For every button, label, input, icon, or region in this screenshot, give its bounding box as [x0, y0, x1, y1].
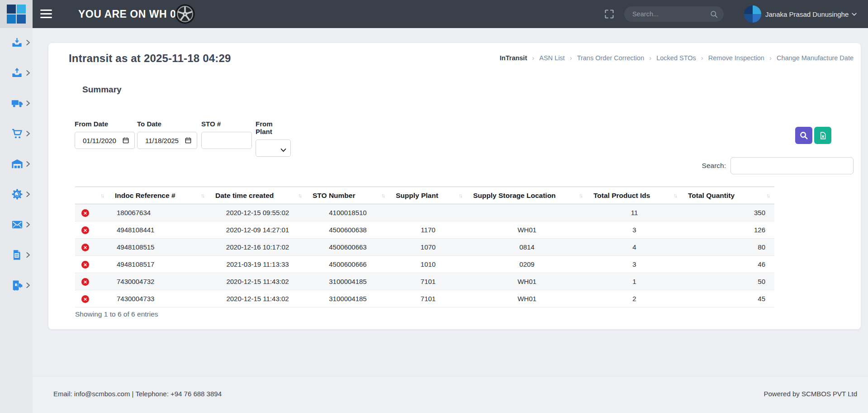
cell-quantity: 45: [682, 290, 774, 307]
cell-indoc: 4948108517: [109, 256, 209, 273]
excel-export-button[interactable]: [814, 127, 831, 144]
from-date-input[interactable]: 01/11/2020: [75, 132, 135, 149]
chevron-right-icon: [24, 221, 32, 230]
sto-label: STO #: [201, 120, 252, 128]
column-header-action[interactable]: ↑↓: [75, 187, 109, 204]
cancel-icon[interactable]: ×: [81, 278, 89, 286]
cell-product-ids: 4: [587, 239, 682, 256]
column-header-supply-storage-location[interactable]: Supply Storage Location ↑↓: [467, 187, 587, 204]
chevron-right-icon: [24, 160, 32, 169]
cell-product-ids: 3: [587, 256, 682, 273]
cell-plant: [389, 204, 467, 221]
cell-quantity: 46: [682, 256, 774, 273]
column-label: Supply Plant: [396, 192, 438, 199]
sort-icon[interactable]: ↑↓: [579, 192, 582, 199]
cell-storage: WH01: [467, 221, 587, 239]
sidebar-item-cart[interactable]: [0, 119, 33, 149]
chevron-right-icon: [24, 282, 32, 291]
breadcrumb-item[interactable]: Remove Inspection: [708, 54, 764, 62]
calendar-icon[interactable]: [122, 137, 129, 146]
sidebar: [0, 0, 33, 413]
cell-plant: 7101: [389, 273, 467, 290]
cart-icon: [11, 127, 24, 142]
sidebar-item-mail[interactable]: [0, 210, 33, 240]
cell-plant: 1070: [389, 239, 467, 256]
column-header-total-product-ids[interactable]: Total Product Ids ↑↓: [587, 187, 682, 204]
cell-plant: 1170: [389, 221, 467, 239]
column-label: Total Product Ids: [593, 192, 650, 199]
table-row: × 4948108515 2020-12-16 10:17:02 4500600…: [75, 239, 774, 256]
table-search-label: Search:: [702, 162, 726, 170]
cell-quantity: 126: [682, 221, 774, 239]
sidebar-item-door-exit[interactable]: [0, 271, 33, 301]
table-search-input[interactable]: [730, 157, 854, 174]
sort-icon[interactable]: ↑↓: [674, 192, 677, 199]
cancel-icon[interactable]: ×: [81, 261, 89, 269]
chevron-right-icon: [24, 251, 32, 260]
table-summary: Showing 1 to 6 of 6 entries: [75, 310, 158, 318]
breadcrumb-item[interactable]: ASN List: [539, 54, 564, 62]
user-avatar[interactable]: [744, 5, 761, 23]
cell-sto: 4500600666: [306, 256, 389, 273]
column-header-indoc-reference-[interactable]: Indoc Reference # ↑↓: [109, 187, 209, 204]
breadcrumb: InTransit›ASN List›Trans Order Correctio…: [500, 54, 854, 62]
search-button[interactable]: [795, 127, 812, 144]
warehouse-banner: YOU ARE ON WH 01: [78, 0, 182, 28]
column-label: Date time created: [215, 192, 274, 199]
column-header-total-quantity[interactable]: Total Quantity ↑↓: [682, 187, 774, 204]
warehouse-icon: [11, 158, 24, 172]
cell-quantity: 350: [682, 204, 774, 221]
sort-icon[interactable]: ↑↓: [298, 192, 301, 199]
chevron-right-icon: [24, 130, 32, 139]
cancel-icon[interactable]: ×: [81, 244, 89, 251]
sidebar-item-warehouse[interactable]: [0, 149, 33, 180]
sort-icon[interactable]: ↑↓: [766, 192, 769, 199]
sort-icon[interactable]: ↑↓: [459, 192, 462, 199]
column-label: Supply Storage Location: [473, 192, 556, 199]
cell-created: 2020-12-16 10:17:02: [209, 239, 306, 256]
sidebar-item-inbox-download[interactable]: [0, 28, 33, 58]
cancel-icon[interactable]: ×: [81, 295, 89, 303]
breadcrumb-item[interactable]: InTransit: [500, 54, 527, 62]
user-menu[interactable]: Janaka Prasad Dunusinghe: [765, 0, 857, 28]
calendar-icon[interactable]: [185, 137, 192, 146]
cancel-icon[interactable]: ×: [81, 209, 89, 217]
cell-product-ids: 2: [587, 290, 682, 307]
sort-icon[interactable]: ↑↓: [201, 192, 204, 199]
breadcrumb-item[interactable]: Locked STOs: [656, 54, 696, 62]
main-card: Intransit as at 2025-11-18 04:29 InTrans…: [48, 43, 861, 329]
cell-sto: 4500600638: [306, 221, 389, 239]
intransit-table: ↑↓Indoc Reference # ↑↓Date time created …: [75, 187, 774, 307]
breadcrumb-item[interactable]: Trans Order Correction: [577, 54, 645, 62]
sidebar-item-gear[interactable]: [0, 180, 33, 210]
global-search-input[interactable]: [624, 6, 724, 22]
breadcrumb-separator-icon: ›: [532, 54, 534, 62]
column-header-sto-number[interactable]: STO Number ↑↓: [306, 187, 389, 204]
hamburger-menu-icon[interactable]: [40, 10, 52, 19]
from-date-label: From Date: [75, 120, 135, 128]
sidebar-item-document[interactable]: [0, 240, 33, 271]
chevron-right-icon: [24, 100, 32, 109]
sort-icon[interactable]: ↑↓: [381, 192, 384, 199]
sidebar-item-inbox-upload[interactable]: [0, 58, 33, 89]
sto-input[interactable]: [202, 132, 251, 149]
chevron-down-icon: [280, 146, 286, 154]
sort-icon[interactable]: ↑↓: [100, 192, 104, 199]
column-header-date-time-created[interactable]: Date time created ↑↓: [209, 187, 306, 204]
sidebar-item-truck[interactable]: [0, 89, 33, 119]
cell-storage: WH01: [467, 290, 587, 307]
fullscreen-icon[interactable]: [604, 9, 615, 19]
to-date-input[interactable]: 11/18/2025: [137, 132, 197, 149]
breadcrumb-separator-icon: ›: [769, 54, 772, 62]
cell-sto: 3100004185: [306, 290, 389, 307]
breadcrumb-separator-icon: ›: [570, 54, 572, 62]
cancel-icon[interactable]: ×: [81, 226, 89, 234]
breadcrumb-item[interactable]: Change Manufacture Date: [777, 54, 854, 62]
app-logo[interactable]: [0, 0, 33, 28]
chevron-right-icon: [24, 69, 32, 78]
column-header-supply-plant[interactable]: Supply Plant ↑↓: [389, 187, 467, 204]
table-row: × 180067634 2020-12-15 09:55:02 41000185…: [75, 204, 774, 221]
cell-created: 2020-12-15 11:43:02: [209, 273, 306, 290]
truck-icon: [11, 96, 24, 111]
from-plant-select[interactable]: [256, 139, 291, 157]
